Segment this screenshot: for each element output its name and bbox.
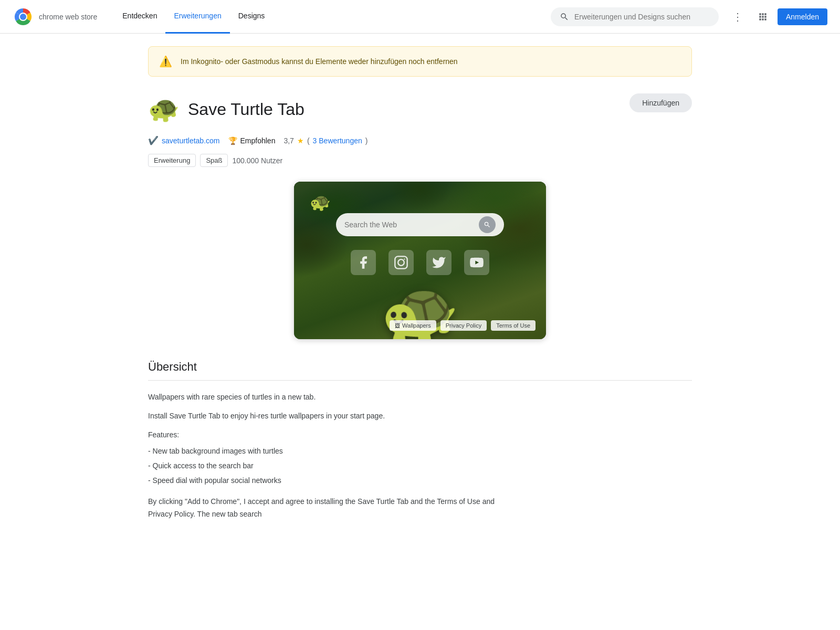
recommended-icon: 🏆 [228,136,237,145]
extension-header: 🐢 Save Turtle Tab Hinzufügen [148,93,692,125]
verified-icon: ✔️ [148,135,159,145]
privacy-policy-label: Privacy Policy [446,322,481,329]
overview-para-1: Wallpapers with rare species of turtles … [148,391,516,404]
extension-name: Save Turtle Tab [188,100,304,119]
search-bar [551,7,719,26]
warning-icon: ⚠️ [159,55,172,68]
screenshot-bottom-bar: 🖼 Wallpapers Privacy Policy Terms of Use [390,320,536,331]
screenshot-search-input[interactable] [344,220,474,229]
extension-icon-emoji: 🐢 [148,94,180,124]
recommended-meta: 🏆 Empfohlen [228,136,276,145]
header-actions: ⋮ Anmelden [727,6,827,27]
chrome-logo-icon [13,6,34,27]
website-link[interactable]: saveturtletab.com [162,136,220,145]
wallpapers-label: Wallpapers [402,322,431,329]
extension-tags: Erweiterung Spaß 100.000 Nutzer [148,154,692,167]
overview-disclaimer: By clicking "Add to Chrome", I accept an… [148,496,516,521]
screenshot-frame: 🐢 [294,182,546,339]
website-meta: ✔️ saveturtletab.com [148,135,220,145]
rating-paren-open: ( [307,136,310,145]
overview-feature-2: - Quick access to the search bar [148,460,516,472]
add-extension-button[interactable]: Hinzufügen [629,93,692,112]
rating-value: 3,7 [284,136,293,145]
wallpapers-icon: 🖼 [395,323,400,329]
overview-features-label: Features: [148,429,516,442]
screenshot-search-button [479,216,496,233]
main-content: ⚠️ Im Inkognito- oder Gastmodus kannst d… [131,34,709,539]
sign-in-button[interactable]: Anmelden [778,8,827,25]
logo-area: chrome web store [13,6,97,27]
users-count: 100.000 Nutzer [232,156,282,165]
search-input[interactable] [574,13,710,21]
header: chrome web store Entdecken Erweiterungen… [0,0,840,34]
tag-spass: Spaß [200,154,228,167]
rating-paren-close: ) [365,136,368,145]
header-nav: Entdecken Erweiterungen Designs [114,0,273,34]
overview-section: Übersicht Wallpapers with rare species o… [148,360,692,520]
rating-meta: 3,7 ★ (3 Bewertungen) [284,136,368,145]
header-logo-text: chrome web store [39,13,97,21]
overview-feature-1: - New tab background images with turtles [148,445,516,458]
wallpapers-button: 🖼 Wallpapers [390,320,436,331]
warning-text: Im Inkognito- oder Gastmodus kannst du E… [181,57,458,66]
more-options-button[interactable]: ⋮ [727,6,748,27]
star-icon: ★ [297,136,304,145]
overview-title: Übersicht [148,360,692,381]
screenshot-search-bar [336,213,504,236]
nav-entdecken[interactable]: Entdecken [114,0,165,34]
search-icon [560,12,569,22]
small-turtle-icon: 🐢 [310,192,331,212]
extension-title-area: 🐢 Save Turtle Tab [148,93,304,125]
recommended-label: Empfohlen [240,136,276,145]
nav-erweiterungen[interactable]: Erweiterungen [165,0,229,34]
terms-of-use-button: Terms of Use [491,320,536,331]
overview-feature-3: - Speed dial with popular social network… [148,475,516,487]
tag-erweiterung: Erweiterung [148,154,196,167]
overview-text: Wallpapers with rare species of turtles … [148,391,516,520]
privacy-policy-button: Privacy Policy [440,320,487,331]
svg-point-3 [20,14,26,20]
extension-meta: ✔️ saveturtletab.com 🏆 Empfohlen 3,7 ★ (… [148,135,692,145]
apps-grid-button[interactable] [752,6,773,27]
rating-link[interactable]: 3 Bewertungen [313,136,362,145]
terms-of-use-label: Terms of Use [496,322,530,329]
nav-designs[interactable]: Designs [230,0,274,34]
extension-icon: 🐢 [148,93,180,125]
screenshot-container: 🐢 [148,182,692,339]
overview-para-2: Install Save Turtle Tab to enjoy hi-res … [148,410,516,423]
warning-banner: ⚠️ Im Inkognito- oder Gastmodus kannst d… [148,46,692,77]
